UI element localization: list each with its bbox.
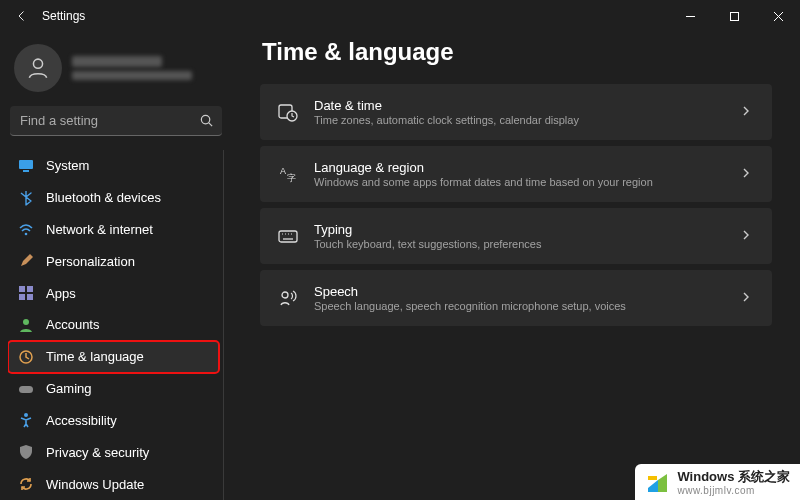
card-language-region[interactable]: A字 Language & region Windows and some ap… — [260, 146, 772, 202]
brush-icon — [18, 253, 34, 269]
avatar — [14, 44, 62, 92]
sidebar-item-label: Privacy & security — [46, 445, 149, 460]
card-date-time[interactable]: Date & time Time zones, automatic clock … — [260, 84, 772, 140]
svg-point-7 — [25, 232, 28, 235]
search-input[interactable] — [10, 106, 222, 136]
card-title: Date & time — [314, 98, 740, 113]
sidebar-item-label: Personalization — [46, 254, 135, 269]
main-panel: Time & language Date & time Time zones, … — [232, 32, 800, 500]
maximize-button[interactable] — [712, 0, 756, 32]
window-controls — [668, 0, 800, 32]
app-title: Settings — [42, 9, 85, 23]
profile-text — [72, 56, 192, 80]
svg-rect-11 — [27, 294, 33, 300]
back-button[interactable] — [16, 10, 28, 22]
card-text: Typing Touch keyboard, text suggestions,… — [314, 222, 740, 250]
display-icon — [18, 158, 34, 174]
svg-rect-20 — [279, 231, 297, 242]
sidebar-item-label: Bluetooth & devices — [46, 190, 161, 205]
watermark-main: Windows 系统之家 — [677, 470, 790, 484]
svg-text:A: A — [280, 166, 286, 176]
wifi-icon — [18, 222, 34, 238]
accessibility-icon — [18, 412, 34, 428]
svg-rect-10 — [19, 294, 25, 300]
svg-line-4 — [209, 123, 212, 126]
card-speech[interactable]: Speech Speech language, speech recogniti… — [260, 270, 772, 326]
card-subtitle: Touch keyboard, text suggestions, prefer… — [314, 238, 740, 250]
chevron-right-icon — [740, 103, 754, 121]
sidebar-item-label: Gaming — [46, 381, 92, 396]
card-typing[interactable]: Typing Touch keyboard, text suggestions,… — [260, 208, 772, 264]
card-title: Speech — [314, 284, 740, 299]
svg-point-15 — [24, 413, 28, 417]
svg-rect-5 — [19, 160, 33, 169]
search-wrap — [10, 106, 222, 136]
sidebar-item-network[interactable]: Network & internet — [8, 214, 219, 246]
sidebar-item-personalization[interactable]: Personalization — [8, 245, 219, 277]
card-title: Language & region — [314, 160, 740, 175]
speech-icon — [278, 288, 298, 308]
update-icon — [18, 476, 34, 492]
titlebar: Settings — [0, 0, 800, 32]
nav-list: System Bluetooth & devices Network & int… — [8, 150, 224, 500]
card-subtitle: Speech language, speech recognition micr… — [314, 300, 740, 312]
svg-rect-6 — [23, 170, 29, 172]
watermark-sub: www.bjjmlv.com — [677, 485, 790, 496]
card-text: Language & region Windows and some apps … — [314, 160, 740, 188]
profile-name-redacted — [72, 56, 162, 67]
svg-rect-8 — [19, 286, 25, 292]
sidebar-item-label: Windows Update — [46, 477, 144, 492]
sidebar-item-accounts[interactable]: Accounts — [8, 309, 219, 341]
sidebar-item-label: Apps — [46, 286, 76, 301]
gamepad-icon — [18, 381, 34, 397]
chevron-right-icon — [740, 227, 754, 245]
card-text: Speech Speech language, speech recogniti… — [314, 284, 740, 312]
sidebar-item-label: Network & internet — [46, 222, 153, 237]
svg-point-2 — [33, 59, 42, 68]
chevron-right-icon — [740, 289, 754, 307]
page-title: Time & language — [262, 38, 772, 66]
sidebar-item-bluetooth[interactable]: Bluetooth & devices — [8, 182, 219, 214]
sidebar-item-label: System — [46, 158, 89, 173]
sidebar-item-update[interactable]: Windows Update — [8, 468, 219, 500]
sidebar-item-accessibility[interactable]: Accessibility — [8, 405, 219, 437]
card-subtitle: Time zones, automatic clock settings, ca… — [314, 114, 740, 126]
watermark: Windows 系统之家 www.bjjmlv.com — [635, 464, 800, 500]
card-title: Typing — [314, 222, 740, 237]
sidebar-item-time-language[interactable]: Time & language — [8, 341, 219, 373]
keyboard-icon — [278, 226, 298, 246]
sidebar: System Bluetooth & devices Network & int… — [0, 32, 232, 500]
sidebar-item-gaming[interactable]: Gaming — [8, 373, 219, 405]
apps-icon — [18, 285, 34, 301]
close-button[interactable] — [756, 0, 800, 32]
svg-rect-27 — [648, 476, 657, 480]
card-subtitle: Windows and some apps format dates and t… — [314, 176, 740, 188]
svg-rect-9 — [27, 286, 33, 292]
windows-logo-icon — [645, 470, 671, 496]
svg-point-12 — [23, 319, 29, 325]
sidebar-item-system[interactable]: System — [8, 150, 219, 182]
sidebar-item-label: Accounts — [46, 317, 99, 332]
shield-icon — [18, 444, 34, 460]
sidebar-item-label: Time & language — [46, 349, 144, 364]
language-region-icon: A字 — [278, 164, 298, 184]
bluetooth-icon — [18, 190, 34, 206]
svg-rect-1 — [730, 12, 738, 20]
profile-block[interactable] — [8, 40, 224, 106]
svg-text:字: 字 — [287, 173, 296, 183]
globe-clock-icon — [18, 349, 34, 365]
profile-email-redacted — [72, 71, 192, 80]
chevron-right-icon — [740, 165, 754, 183]
search-icon — [199, 113, 214, 132]
clock-calendar-icon — [278, 102, 298, 122]
svg-point-3 — [201, 115, 209, 123]
account-icon — [18, 317, 34, 333]
minimize-button[interactable] — [668, 0, 712, 32]
sidebar-item-label: Accessibility — [46, 413, 117, 428]
svg-point-26 — [282, 292, 288, 298]
sidebar-item-apps[interactable]: Apps — [8, 277, 219, 309]
card-text: Date & time Time zones, automatic clock … — [314, 98, 740, 126]
svg-rect-14 — [19, 386, 33, 393]
sidebar-item-privacy[interactable]: Privacy & security — [8, 436, 219, 468]
